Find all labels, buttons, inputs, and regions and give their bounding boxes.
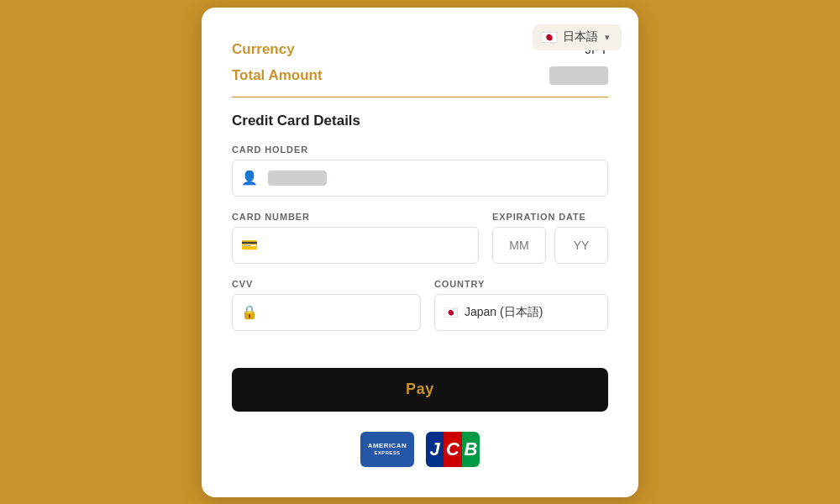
card-number-field-group: CARD NUMBER 💳 <box>232 212 479 264</box>
country-value: Japan (日本語) <box>465 305 543 320</box>
card-number-row: CARD NUMBER 💳 EXPIRATION DATE <box>232 212 608 264</box>
amex-logo: AMERICAN EXPRESS <box>360 432 414 467</box>
expiry-yy-input[interactable] <box>554 227 608 264</box>
total-amount-row: Total Amount <box>232 66 608 85</box>
card-number-label: CARD NUMBER <box>232 212 479 222</box>
amex-line1: AMERICAN <box>368 442 407 450</box>
cvv-input[interactable] <box>265 306 412 319</box>
cardholder-field-group: CARD HOLDER 👤 <box>232 144 608 197</box>
cvv-label: CVV <box>232 279 421 289</box>
total-amount-value <box>549 66 608 85</box>
jcb-b-section: B <box>462 432 480 467</box>
card-number-input[interactable] <box>265 239 470 252</box>
cardholder-label: CARD HOLDER <box>232 144 608 155</box>
expiry-label: EXPIRATION DATE <box>492 212 608 222</box>
expiry-inputs <box>492 227 608 264</box>
jcb-logo: J C B <box>426 432 480 467</box>
jcb-c-section: C <box>444 432 461 467</box>
total-amount-label: Total Amount <box>232 67 323 84</box>
person-icon: 👤 <box>241 170 258 186</box>
cvv-country-row: CVV 🔒 COUNTRY 🇯🇵 Japan (日本語) <box>232 279 608 331</box>
cardholder-input-wrap: 👤 <box>232 160 608 197</box>
cvv-field-group: CVV 🔒 <box>232 279 421 331</box>
card-number-input-wrap: 💳 <box>232 227 479 264</box>
country-select[interactable]: 🇯🇵 Japan (日本語) <box>434 294 608 331</box>
cvv-input-wrap: 🔒 <box>232 294 421 331</box>
amex-line2: EXPRESS <box>375 450 401 456</box>
payment-card: 🇯🇵 日本語 ▾ Currency JPY Total Amount Credi… <box>202 8 638 497</box>
expiry-field-group: EXPIRATION DATE <box>492 212 608 264</box>
country-flag-icon: 🇯🇵 <box>444 306 458 319</box>
language-label: 日本語 <box>563 29 598 45</box>
country-field-group: COUNTRY 🇯🇵 Japan (日本語) <box>434 279 608 331</box>
payment-logos: AMERICAN EXPRESS J C B <box>232 432 608 467</box>
japan-flag-icon: 🇯🇵 <box>541 29 558 45</box>
pay-button[interactable]: Pay <box>232 368 608 412</box>
lock-icon: 🔒 <box>241 304 258 320</box>
expiry-mm-input[interactable] <box>492 227 546 264</box>
cardholder-placeholder <box>268 171 327 186</box>
currency-label: Currency <box>232 41 295 58</box>
chevron-down-icon: ▾ <box>605 32 610 43</box>
jcb-j-section: J <box>426 432 444 467</box>
section-title: Credit Card Details <box>232 113 608 129</box>
section-divider <box>232 97 608 97</box>
credit-card-icon: 💳 <box>241 237 258 253</box>
language-button[interactable]: 🇯🇵 日本語 ▾ <box>533 24 622 50</box>
country-label: COUNTRY <box>434 279 608 289</box>
